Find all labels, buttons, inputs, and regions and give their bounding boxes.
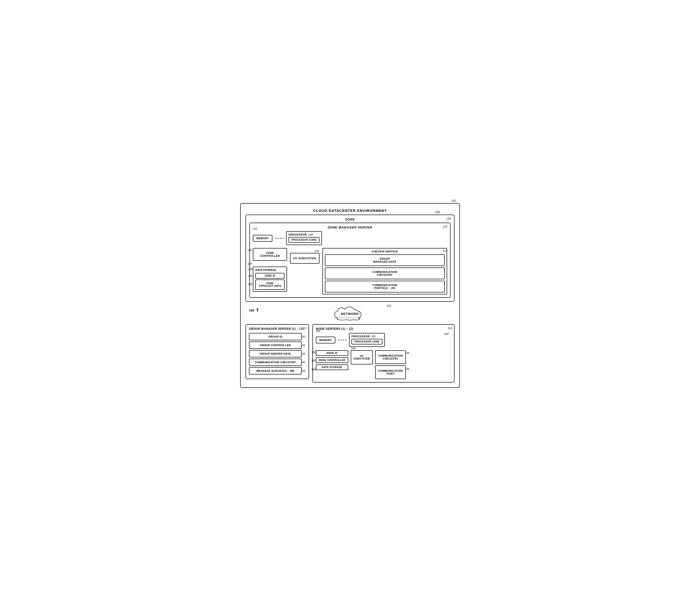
ref-166: 166 <box>351 347 356 350</box>
node-servers-label: NODE SERVERS (1) – (Z) <box>316 327 451 331</box>
ref-132: 132 <box>248 283 253 285</box>
processor-core-node-box: PROCESSOR CORE <box>351 339 382 344</box>
io-subsystem-node-box: I/OSUBSYSTEM <box>351 350 373 365</box>
ref-100-group: 100 ↗ <box>249 308 259 313</box>
group-manager-box: 112 GROUP MANAGER SERVER (1) – (Y) 140 G… <box>246 324 309 379</box>
group-controller-box: GROUP CONTROLLER <box>249 341 302 349</box>
zone-label: ZONE <box>250 217 450 221</box>
dashed-connector-node <box>338 340 347 340</box>
cloud-datacenter-label: CLOUD DATACENTER ENVIRONMENT <box>246 208 454 213</box>
ref-102: 102 <box>451 199 456 202</box>
network-label: NETWORK <box>341 312 359 316</box>
ref-128-label: 128 <box>248 262 287 265</box>
group-id-box: GROUP ID <box>249 333 302 340</box>
arrow-100: ↗ <box>254 307 260 314</box>
dashed-connector <box>275 238 284 239</box>
ref-124: 124 <box>314 250 319 252</box>
comm-ports-zone-box: COMMUNICATIONPORTS(1) – (N) <box>325 281 445 292</box>
ref-100: 100 <box>249 309 254 312</box>
ref-162: 162 <box>371 335 376 338</box>
ref-110: 110 <box>446 217 451 220</box>
ref-126: 126 <box>248 249 252 251</box>
node-id-box: NODE ID <box>316 350 348 356</box>
node-servers-box: 114 NODE SERVERS (1) – (Z) 164 MEMORY PR… <box>312 324 454 383</box>
ref-118: 118 <box>443 225 447 228</box>
data-storage-label: DATA STORAGE <box>255 268 285 271</box>
comm-circuitry-node-box: COMMUNICATIONCIRCUITRY <box>375 350 406 364</box>
processor-label: PROCESSOR <box>288 233 307 236</box>
ref-168: 168 <box>311 368 316 371</box>
ref-116: 116 <box>387 304 391 307</box>
zone-topology-box: ZONETOPOLOGY DATA <box>255 279 285 290</box>
checkin-service-outer: 134 CHECKIN SERVICE 135 GROUPMANAGER DAT… <box>323 248 447 294</box>
ref-128: 128 <box>248 268 253 270</box>
group-manager-label: GROUP MANAGER SERVER (1) – (Y) <box>249 327 305 331</box>
group-manager-data-box: GROUPMANAGER DATA <box>325 254 445 266</box>
node-controller-box: NODE CONTROLLER <box>316 357 348 363</box>
zone-id-box: ZONE ID <box>255 273 285 278</box>
ref-164: 164 <box>316 330 320 332</box>
comm-circuitry-zone-box: COMMUNICATIONCIRCUITRY <box>325 268 445 279</box>
comm-circuitry-gm-box: COMMUNICATION CIRCUITRY <box>249 358 302 366</box>
memory-node-box: MEMORY <box>316 337 335 343</box>
ref-160: 160 <box>444 332 448 335</box>
message-queues-box: MESSAGE QUEUES(1) - (M) <box>249 367 302 375</box>
bottom-section: 112 GROUP MANAGER SERVER (1) – (Y) 140 G… <box>246 324 454 383</box>
data-storage-node-box: DATA STORAGE <box>316 365 348 370</box>
processor-node-label: PROCESSOR <box>351 335 370 338</box>
group-server-data-box: GROUP SERVER DATA <box>249 350 302 357</box>
processor-core-box: PROCESSOR CORE <box>288 237 320 243</box>
ref-120: 120 <box>308 233 313 236</box>
processor-group: PROCESSOR 120 PROCESSOR CORE <box>286 231 322 245</box>
checkin-service-label: CHECKIN SERVICE <box>325 250 445 253</box>
io-subsystem-box: I/O SUBSYSTEM <box>290 253 320 264</box>
ref-122: 122 <box>253 227 257 230</box>
zone-controller-box: ZONECONTROLLER <box>253 248 287 261</box>
data-storage-outer: 128 DATA STORAGE 130 ZONE ID 132 ZONETOP… <box>253 267 287 292</box>
ref-134: 134 <box>443 250 447 252</box>
ref-130: 130 <box>248 274 253 277</box>
ref-112: 112 <box>302 327 306 330</box>
ref-104: 104 <box>435 210 440 214</box>
network-section: 100 ↗ NETWORK 116 <box>246 305 454 322</box>
page: 102 CLOUD DATACENTER ENVIRONMENT 104 ZON… <box>240 203 460 388</box>
ref-114: 114 <box>447 327 452 330</box>
ref-150: 150 <box>311 351 316 354</box>
zone-manager-box: ZONE MANAGER SERVER 118 122 MEMORY PROCE… <box>250 223 450 298</box>
zone-box: ZONE 110 ZONE MANAGER SERVER 118 122 MEM… <box>246 214 454 302</box>
outer-box: 102 CLOUD DATACENTER ENVIRONMENT 104 ZON… <box>240 203 460 388</box>
memory-box: MEMORY <box>253 235 272 242</box>
ref-152: 152 <box>311 359 316 362</box>
comm-port-node-box: COMMUNICATIONPORT <box>375 366 406 379</box>
zone-manager-label: ZONE MANAGER SERVER <box>253 225 447 229</box>
processor-node-group: PROCESSOR 162 PROCESSOR CORE <box>349 333 385 347</box>
